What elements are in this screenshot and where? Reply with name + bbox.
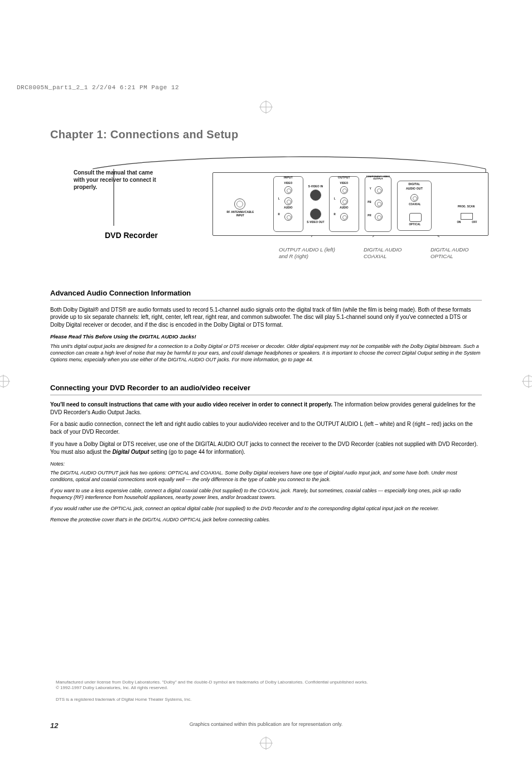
component-group-label: COMPONENT VIDEO OUTPUT — [365, 176, 391, 180]
heading-advanced-audio: Advanced Audio Connection Information — [50, 288, 482, 300]
input-audio-r-jack — [284, 213, 292, 221]
footer-fine-print: Manufactured under license from Dolby La… — [56, 680, 480, 703]
output-video-jack — [340, 186, 348, 194]
output-r-label: R — [329, 213, 336, 216]
svideo-in-jack — [310, 190, 321, 201]
caption-coax-1: DIGITAL AUDIO — [364, 246, 402, 253]
dvd-back-panel: RF ANTENNA/CABLE INPUT INPUT VIDEO L AUD… — [212, 172, 489, 236]
note-3: If you would rather use the OPTICAL jack… — [50, 505, 482, 512]
caption-coax-2: COAXIAL — [364, 253, 386, 259]
connection-diagram: Consult the manual that came with your r… — [54, 154, 489, 272]
connecting-p2: For a basic audio connection, connect th… — [50, 420, 482, 436]
output-audio-l-jack — [340, 197, 348, 205]
advanced-audio-p1: Both Dolby Digital® and DTS® are audio f… — [50, 306, 482, 329]
caption-audio-lr-2: and R (right) — [279, 253, 308, 259]
rf-antenna-jack — [234, 198, 245, 210]
caption-opt-1: DIGITAL AUDIO — [431, 246, 468, 253]
switch-off-label: OFF — [470, 221, 480, 224]
footer-l2: © 1992-1997 Dolby Laboratories, Inc. All… — [56, 685, 480, 691]
note-1: The DIGITAL AUDIO OUTPUT jack has two op… — [50, 469, 482, 483]
connecting-p3: If you have a Dolby Digital or DTS recei… — [50, 440, 482, 456]
caption-audio-lr-1: OUTPUT AUDIO L (left) — [279, 246, 335, 253]
digital-coaxial-jack — [410, 194, 418, 202]
component-pb-jack — [375, 200, 383, 207]
y-label: Y — [364, 187, 371, 191]
optical-label: OPTICAL — [403, 223, 427, 226]
right-crop-mark — [522, 375, 532, 390]
caption-audio-lr: OUTPUT AUDIO L (left) and R (right) — [279, 246, 357, 260]
bottom-crop-mark — [0, 736, 532, 753]
caption-opt-2: OPTICAL — [431, 253, 453, 259]
component-y-jack — [375, 186, 383, 194]
connecting-p1: You'll need to consult instructions that… — [50, 401, 482, 416]
prog-scan-label: PROG. SCAN — [454, 205, 478, 209]
pr-label: PR — [364, 214, 371, 217]
input-group-label: INPUT — [274, 176, 303, 180]
connecting-p3b: setting (go to page 44 for information). — [149, 449, 245, 455]
switch-on-label: ON — [454, 221, 464, 224]
page-footer-row: 12 Graphics contained within this public… — [50, 721, 482, 728]
input-audio-l-jack — [284, 197, 292, 205]
footer-center-text: Graphics contained within this publicati… — [190, 721, 343, 727]
rf-label: RF ANTENNA/CABLE INPUT — [225, 211, 255, 217]
caption-optical: DIGITAL AUDIO OPTICAL — [431, 246, 492, 260]
callout-text: Consult the manual that came with your r… — [74, 169, 160, 191]
heading-connecting-receiver: Connecting your DVD Recorder to an audio… — [50, 383, 482, 395]
notes-label: Notes: — [50, 461, 482, 467]
left-crop-mark — [0, 375, 10, 390]
note-4: Remove the protective cover that's in th… — [50, 516, 482, 523]
digital-label-2: AUDIO OUT — [398, 187, 431, 191]
audio-label-out: AUDIO — [333, 206, 355, 210]
svideo-in-label: S-VIDEO IN — [303, 185, 328, 188]
input-r-label: R — [273, 213, 280, 216]
page-number: 12 — [50, 721, 58, 731]
video-label-in: VIDEO — [277, 182, 299, 185]
component-pr-jack — [375, 213, 383, 221]
footer-l3: DTS is a registered trademark of Digital… — [56, 697, 480, 703]
print-header: DRC8005N_part1_2_1 2/2/04 6:21 PM Page 1… — [17, 84, 179, 92]
footer-l1: Manufactured under license from Dolby La… — [56, 680, 480, 686]
audio-label-in: AUDIO — [277, 206, 299, 210]
digital-label-1: DIGITAL — [398, 182, 431, 186]
output-l-label: L — [329, 197, 336, 201]
svideo-out-jack — [310, 209, 321, 220]
dvd-recorder-label: DVD Recorder — [105, 230, 158, 241]
top-crop-mark — [0, 100, 532, 116]
video-label-out: VIDEO — [333, 182, 355, 185]
input-l-label: L — [273, 197, 280, 201]
note-2: If you want to use a less expensive cabl… — [50, 487, 482, 501]
prog-scan-switch — [461, 213, 473, 220]
pb-label: PB — [364, 201, 371, 204]
input-video-jack — [284, 186, 292, 194]
svideo-out-label: S-VIDEO OUT — [303, 221, 328, 224]
digital-optical-jack — [409, 213, 422, 222]
caption-coax: DIGITAL AUDIO COAXIAL — [364, 246, 425, 260]
coaxial-label: COAXIAL — [403, 203, 427, 206]
connecting-p1-lead: You'll need to consult instructions that… — [50, 401, 332, 408]
output-audio-r-jack — [340, 213, 348, 221]
output-group-label: OUTPUT — [330, 176, 359, 180]
advanced-audio-warning-title: Please Read This Before Using the DIGITA… — [50, 333, 482, 341]
chapter-title: Chapter 1: Connections and Setup — [50, 127, 482, 142]
connecting-p3-bolditalic: Digital Output — [112, 449, 149, 455]
advanced-audio-warning-body: This unit's digital output jacks are des… — [50, 343, 482, 363]
